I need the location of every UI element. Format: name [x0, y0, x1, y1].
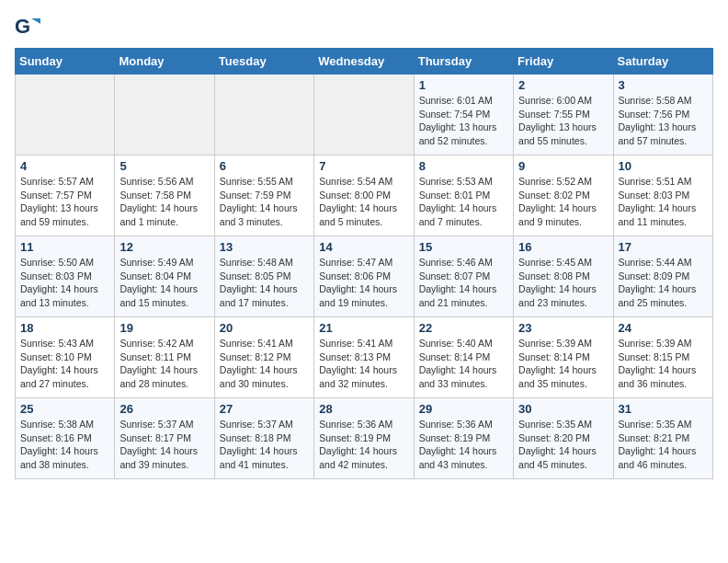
day-info: Sunrise: 5:41 AMSunset: 8:12 PMDaylight:… — [220, 337, 309, 391]
day-info: Sunrise: 5:49 AMSunset: 8:04 PMDaylight:… — [119, 256, 209, 310]
day-number: 2 — [518, 78, 608, 92]
calendar-cell: 11Sunrise: 5:50 AMSunset: 8:03 PMDayligh… — [16, 236, 115, 317]
page-header: G — [15, 15, 713, 40]
day-number: 22 — [419, 321, 508, 335]
day-info: Sunrise: 5:36 AMSunset: 8:19 PMDaylight:… — [319, 418, 408, 472]
day-info: Sunrise: 5:48 AMSunset: 8:05 PMDaylight:… — [220, 256, 309, 310]
calendar-cell — [314, 75, 414, 155]
calendar-cell: 1Sunrise: 6:01 AMSunset: 7:54 PMDaylight… — [414, 75, 513, 155]
calendar-cell: 5Sunrise: 5:56 AMSunset: 7:58 PMDaylight… — [115, 155, 214, 236]
day-number: 20 — [220, 321, 309, 335]
day-info: Sunrise: 5:51 AMSunset: 8:03 PMDaylight:… — [619, 175, 708, 229]
day-number: 30 — [518, 402, 608, 416]
day-info: Sunrise: 5:44 AMSunset: 8:09 PMDaylight:… — [619, 256, 708, 310]
calendar-cell: 16Sunrise: 5:45 AMSunset: 8:08 PMDayligh… — [514, 236, 613, 317]
calendar-cell: 20Sunrise: 5:41 AMSunset: 8:12 PMDayligh… — [214, 317, 313, 398]
day-info: Sunrise: 5:50 AMSunset: 8:03 PMDaylight:… — [20, 256, 109, 310]
day-number: 14 — [319, 240, 408, 254]
day-info: Sunrise: 5:54 AMSunset: 8:00 PMDaylight:… — [319, 175, 408, 229]
calendar-cell: 21Sunrise: 5:41 AMSunset: 8:13 PMDayligh… — [314, 317, 414, 398]
week-row-5: 25Sunrise: 5:38 AMSunset: 8:16 PMDayligh… — [16, 398, 713, 479]
day-info: Sunrise: 5:35 AMSunset: 8:21 PMDaylight:… — [619, 418, 708, 472]
day-info: Sunrise: 5:45 AMSunset: 8:08 PMDaylight:… — [518, 256, 608, 310]
day-number: 16 — [518, 240, 608, 254]
day-info: Sunrise: 5:55 AMSunset: 7:59 PMDaylight:… — [220, 175, 309, 229]
calendar-cell: 8Sunrise: 5:53 AMSunset: 8:01 PMDaylight… — [414, 155, 513, 236]
svg-marker-1 — [31, 18, 40, 24]
calendar-cell: 26Sunrise: 5:37 AMSunset: 8:17 PMDayligh… — [115, 398, 214, 479]
day-info: Sunrise: 5:37 AMSunset: 8:17 PMDaylight:… — [119, 418, 209, 472]
day-info: Sunrise: 5:35 AMSunset: 8:20 PMDaylight:… — [518, 418, 608, 472]
day-number: 28 — [319, 402, 408, 416]
day-number: 21 — [319, 321, 408, 335]
day-info: Sunrise: 5:36 AMSunset: 8:19 PMDaylight:… — [419, 418, 508, 472]
day-number: 9 — [518, 159, 608, 173]
calendar-cell: 22Sunrise: 5:40 AMSunset: 8:14 PMDayligh… — [414, 317, 513, 398]
calendar-cell: 25Sunrise: 5:38 AMSunset: 8:16 PMDayligh… — [16, 398, 115, 479]
calendar-cell — [16, 75, 115, 155]
day-info: Sunrise: 5:38 AMSunset: 8:16 PMDaylight:… — [20, 418, 109, 472]
calendar-cell: 3Sunrise: 5:58 AMSunset: 7:56 PMDaylight… — [613, 75, 712, 155]
header-day-tuesday: Tuesday — [214, 49, 313, 75]
day-info: Sunrise: 6:00 AMSunset: 7:55 PMDaylight:… — [518, 94, 608, 148]
calendar-cell: 30Sunrise: 5:35 AMSunset: 8:20 PMDayligh… — [514, 398, 613, 479]
day-info: Sunrise: 5:58 AMSunset: 7:56 PMDaylight:… — [619, 94, 708, 148]
calendar-cell: 23Sunrise: 5:39 AMSunset: 8:14 PMDayligh… — [514, 317, 613, 398]
week-row-2: 4Sunrise: 5:57 AMSunset: 7:57 PMDaylight… — [16, 155, 713, 236]
header-day-thursday: Thursday — [414, 49, 513, 75]
day-info: Sunrise: 5:43 AMSunset: 8:10 PMDaylight:… — [20, 337, 109, 391]
calendar-cell: 24Sunrise: 5:39 AMSunset: 8:15 PMDayligh… — [613, 317, 712, 398]
day-number: 11 — [20, 240, 109, 254]
header-day-monday: Monday — [115, 49, 214, 75]
header-day-saturday: Saturday — [613, 49, 712, 75]
day-number: 8 — [419, 159, 508, 173]
calendar-cell: 12Sunrise: 5:49 AMSunset: 8:04 PMDayligh… — [115, 236, 214, 317]
calendar-cell: 14Sunrise: 5:47 AMSunset: 8:06 PMDayligh… — [314, 236, 414, 317]
calendar-cell: 7Sunrise: 5:54 AMSunset: 8:00 PMDaylight… — [314, 155, 414, 236]
week-row-3: 11Sunrise: 5:50 AMSunset: 8:03 PMDayligh… — [16, 236, 713, 317]
day-number: 31 — [619, 402, 708, 416]
header-day-wednesday: Wednesday — [314, 49, 414, 75]
calendar-cell: 31Sunrise: 5:35 AMSunset: 8:21 PMDayligh… — [613, 398, 712, 479]
calendar-cell: 29Sunrise: 5:36 AMSunset: 8:19 PMDayligh… — [414, 398, 513, 479]
day-number: 10 — [619, 159, 708, 173]
calendar-table: SundayMondayTuesdayWednesdayThursdayFrid… — [15, 48, 713, 479]
calendar-cell: 10Sunrise: 5:51 AMSunset: 8:03 PMDayligh… — [613, 155, 712, 236]
day-number: 25 — [20, 402, 109, 416]
day-number: 6 — [220, 159, 309, 173]
logo-icon: G — [15, 15, 40, 40]
calendar-cell: 15Sunrise: 5:46 AMSunset: 8:07 PMDayligh… — [414, 236, 513, 317]
day-number: 1 — [419, 78, 508, 92]
day-number: 29 — [419, 402, 508, 416]
day-number: 5 — [119, 159, 209, 173]
calendar-cell: 9Sunrise: 5:52 AMSunset: 8:02 PMDaylight… — [514, 155, 613, 236]
calendar-cell: 19Sunrise: 5:42 AMSunset: 8:11 PMDayligh… — [115, 317, 214, 398]
day-number: 13 — [220, 240, 309, 254]
day-number: 3 — [619, 78, 708, 92]
svg-text:G: G — [15, 15, 30, 38]
day-info: Sunrise: 5:40 AMSunset: 8:14 PMDaylight:… — [419, 337, 508, 391]
day-number: 4 — [20, 159, 109, 173]
calendar-cell: 18Sunrise: 5:43 AMSunset: 8:10 PMDayligh… — [16, 317, 115, 398]
day-info: Sunrise: 5:39 AMSunset: 8:15 PMDaylight:… — [619, 337, 708, 391]
day-info: Sunrise: 5:56 AMSunset: 7:58 PMDaylight:… — [119, 175, 209, 229]
day-info: Sunrise: 5:57 AMSunset: 7:57 PMDaylight:… — [20, 175, 109, 229]
day-number: 19 — [119, 321, 209, 335]
day-info: Sunrise: 5:37 AMSunset: 8:18 PMDaylight:… — [220, 418, 309, 472]
calendar-cell — [214, 75, 313, 155]
day-number: 27 — [220, 402, 309, 416]
calendar-cell — [115, 75, 214, 155]
day-number: 17 — [619, 240, 708, 254]
day-info: Sunrise: 6:01 AMSunset: 7:54 PMDaylight:… — [419, 94, 508, 148]
calendar-cell: 2Sunrise: 6:00 AMSunset: 7:55 PMDaylight… — [514, 75, 613, 155]
week-row-4: 18Sunrise: 5:43 AMSunset: 8:10 PMDayligh… — [16, 317, 713, 398]
header-day-sunday: Sunday — [16, 49, 115, 75]
day-number: 23 — [518, 321, 608, 335]
calendar-cell: 6Sunrise: 5:55 AMSunset: 7:59 PMDaylight… — [214, 155, 313, 236]
day-info: Sunrise: 5:53 AMSunset: 8:01 PMDaylight:… — [419, 175, 508, 229]
day-info: Sunrise: 5:42 AMSunset: 8:11 PMDaylight:… — [119, 337, 209, 391]
day-info: Sunrise: 5:52 AMSunset: 8:02 PMDaylight:… — [518, 175, 608, 229]
calendar-cell: 4Sunrise: 5:57 AMSunset: 7:57 PMDaylight… — [16, 155, 115, 236]
day-number: 18 — [20, 321, 109, 335]
header-day-friday: Friday — [514, 49, 613, 75]
